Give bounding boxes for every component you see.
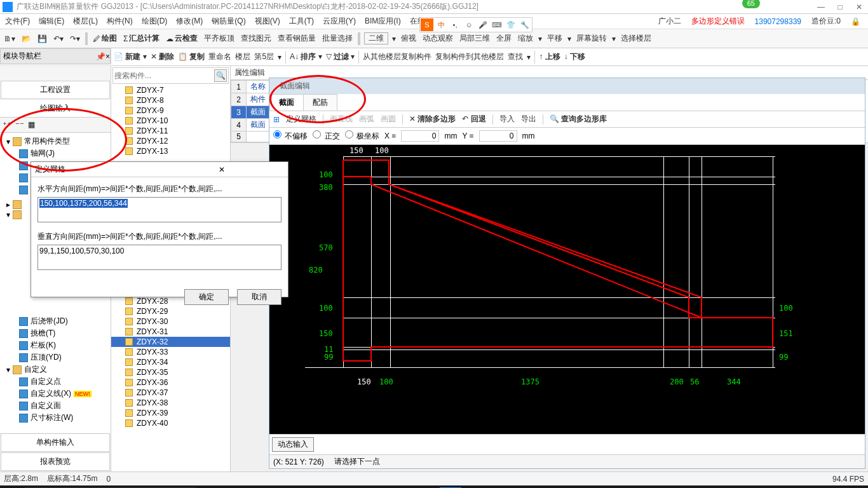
dynamic-input-button[interactable]: 动态输入 xyxy=(272,437,314,452)
list-item[interactable]: ZDYX-32 xyxy=(111,337,230,347)
list-item[interactable]: ZDYX-40 xyxy=(111,418,230,428)
close-icon[interactable]: ✕ xyxy=(853,3,865,11)
list-item[interactable]: ZDYX-37 xyxy=(111,388,230,398)
tb-batchsel-button[interactable]: 批量选择 xyxy=(321,33,354,44)
tab-rebar[interactable]: 配筋 xyxy=(303,94,337,111)
prop-row-3[interactable]: 截面 xyxy=(247,106,270,119)
list-item[interactable]: ZDYX-36 xyxy=(111,377,230,388)
list-item[interactable]: ZDYX-8 xyxy=(111,95,230,105)
tree-custom-area[interactable]: 自定义面 xyxy=(0,400,111,412)
list-item[interactable]: ZDYX-13 xyxy=(111,146,230,156)
radio-nooffset[interactable]: 不偏移 xyxy=(273,130,308,142)
draw-input-tab[interactable]: 绘图输入 xyxy=(0,100,111,118)
ok-button[interactable]: 确定 xyxy=(184,289,229,305)
prop-row-1[interactable]: 名称 xyxy=(247,81,270,93)
tb2-sort[interactable]: A↓ 排序 ▾ xyxy=(290,51,322,62)
menu-component[interactable]: 构件(N) xyxy=(104,15,135,28)
menu-cloud[interactable]: 云应用(Y) xyxy=(320,15,358,28)
tb2-down[interactable]: ↓ 下移 xyxy=(564,51,585,62)
tb-local3d-button[interactable]: 局部三维 xyxy=(458,33,491,44)
define-grid-button[interactable]: 定义网格 xyxy=(286,114,316,125)
radio-polar[interactable]: 极坐标 xyxy=(345,130,379,142)
tb2-rename[interactable]: 重命名 xyxy=(208,51,231,62)
list-item[interactable]: ZDYX-38 xyxy=(111,398,230,408)
prop-row-5[interactable] xyxy=(247,132,270,142)
tb-redo-icon[interactable]: ↷▾ xyxy=(69,34,81,43)
tree-item-eave[interactable]: 挑檐(T) xyxy=(0,327,111,339)
tb-fullscreen-button[interactable]: 全屏 xyxy=(495,33,513,44)
menu-draw[interactable]: 绘图(D) xyxy=(139,15,170,28)
h-spacing-input[interactable]: 150,100,1375,200,56,344 xyxy=(37,197,281,222)
tb-find-button[interactable]: 查找图元 xyxy=(240,33,273,44)
menu-bim[interactable]: BIM应用(I) xyxy=(362,15,403,28)
tree-collapse-icon[interactable]: ⁻⁻ xyxy=(15,120,24,130)
cancel-button[interactable]: 取消 xyxy=(237,289,281,305)
left-pin-icon[interactable]: 📌 xyxy=(96,52,105,61)
ime-zh-icon[interactable]: 中 xyxy=(435,18,447,31)
menu-floor[interactable]: 楼层(L) xyxy=(71,15,100,28)
list-item[interactable]: ZDYX-7 xyxy=(111,85,230,95)
menu-file[interactable]: 文件(F) xyxy=(3,15,32,28)
list-item[interactable]: ZDYX-9 xyxy=(111,105,230,116)
section-canvas[interactable]: 150 100 100 380 570 820 100 150 11 99 10… xyxy=(269,145,865,434)
export-button[interactable]: 导出 xyxy=(521,114,536,125)
ime-skin-icon[interactable]: 👕 xyxy=(505,18,517,31)
tree-item-top[interactable]: 压顶(YD) xyxy=(0,351,111,363)
prop-row-2[interactable]: 构件 xyxy=(247,93,270,106)
undo-button[interactable]: ↶ 回退 xyxy=(462,114,485,125)
tb2-copyfrom[interactable]: 从其他楼层复制构件 xyxy=(363,51,431,62)
tb-flat-button[interactable]: 平齐板顶 xyxy=(203,33,236,44)
menu-edit[interactable]: 编辑(E) xyxy=(36,15,67,28)
menu-tools[interactable]: 工具(T) xyxy=(287,15,316,28)
menu-view[interactable]: 视图(V) xyxy=(252,15,283,28)
tb2-find[interactable]: 查找 xyxy=(508,51,523,62)
list-item[interactable]: ZDYX-33 xyxy=(111,347,230,357)
minimize-icon[interactable]: — xyxy=(815,3,827,11)
list-item[interactable]: ZDYX-39 xyxy=(111,408,230,418)
prop-row-4[interactable]: 截面 xyxy=(247,119,270,132)
menu-modify[interactable]: 修改(M) xyxy=(173,15,205,28)
tree-root[interactable]: ▾常用构件类型 xyxy=(0,135,111,147)
list-item[interactable]: ZDYX-30 xyxy=(111,316,230,327)
tb2-floorval[interactable]: 第5层 xyxy=(254,51,274,62)
tb2-filter[interactable]: ▽ 过滤 ▾ xyxy=(326,51,355,62)
tab-section[interactable]: 截面 xyxy=(269,94,304,111)
tree-custom-point[interactable]: 自定义点 xyxy=(0,376,111,388)
y-input[interactable]: 0 xyxy=(479,130,517,142)
tb-new-icon[interactable]: 🗎▾ xyxy=(3,34,17,43)
tb2-copyto[interactable]: 复制构件到其他楼层 xyxy=(435,51,504,62)
tb-rot-button[interactable]: 屏幕旋转 xyxy=(575,33,608,44)
ime-kb-icon[interactable]: ⌨ xyxy=(491,18,503,31)
ime-punct-icon[interactable]: •, xyxy=(449,18,461,31)
ime-toolbar[interactable]: S 中 •, ☺ 🎤 ⌨ 👕 🔧 xyxy=(419,17,532,32)
tree-item-rail[interactable]: 栏板(K) xyxy=(0,339,111,351)
tb-draw-button[interactable]: 🖉绘图 xyxy=(92,33,118,44)
account-label[interactable]: 13907298339 xyxy=(752,16,804,27)
tb-sum-button[interactable]: Σ 汇总计算 xyxy=(122,33,161,44)
tb-open-icon[interactable]: 📂 xyxy=(20,34,32,43)
left-close-icon[interactable]: × xyxy=(105,52,110,61)
tb-pan-button[interactable]: 平移 xyxy=(546,33,564,44)
radio-ortho[interactable]: 正交 xyxy=(313,130,339,142)
tree-custom-line[interactable]: 自定义线(X)NEW! xyxy=(0,388,111,400)
list-item[interactable]: ZDYX-35 xyxy=(111,367,230,377)
list-item[interactable]: ZDYX-31 xyxy=(111,327,230,337)
proj-settings-button[interactable]: 工程设置 xyxy=(1,81,110,99)
x-input[interactable]: 0 xyxy=(401,130,439,142)
ime-tool-icon[interactable]: 🔧 xyxy=(519,18,531,31)
ime-s-icon[interactable]: S xyxy=(421,18,433,31)
list-item[interactable]: ZDYX-11 xyxy=(111,126,230,136)
import-button[interactable]: 导入 xyxy=(499,114,515,125)
search-icon[interactable]: 🔍 xyxy=(214,69,227,82)
tb-selfloor-button[interactable]: 选择楼层 xyxy=(620,33,653,44)
v-spacing-input[interactable]: 99,1,150,100,570,30,100 xyxy=(37,245,281,270)
tb-viewrebar-button[interactable]: 查看钢筋量 xyxy=(276,33,317,44)
tree-expand-icon[interactable]: ⁺⁺ xyxy=(3,120,11,130)
report-preview-button[interactable]: 报表预览 xyxy=(1,452,110,471)
menu-rebar[interactable]: 钢筋量(Q) xyxy=(209,15,248,28)
tree-item-postcast[interactable]: 后浇带(JD) xyxy=(0,315,111,327)
tree-item-axis[interactable]: 轴网(J) xyxy=(0,147,111,159)
tb-top-button[interactable]: 俯视 xyxy=(400,33,417,44)
tb2-copy[interactable]: 📋 复制 xyxy=(178,51,205,62)
tb-save-icon[interactable]: 💾 xyxy=(36,34,48,43)
